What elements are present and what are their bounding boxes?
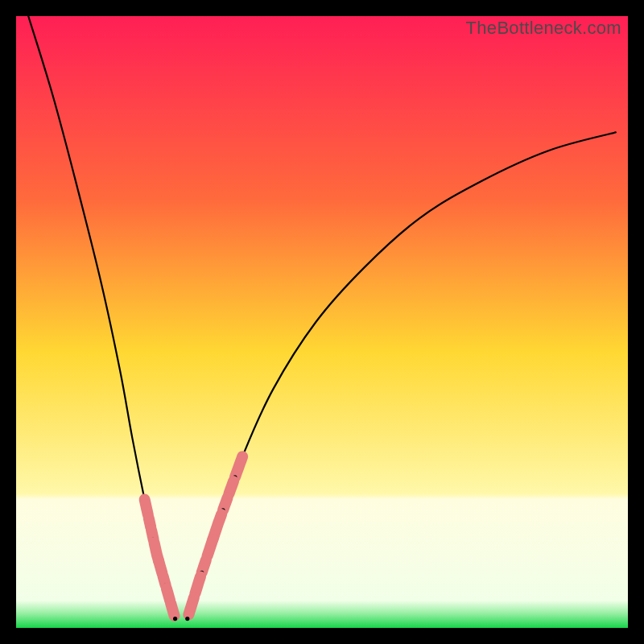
band-segment (195, 576, 200, 593)
band-segment (188, 598, 193, 615)
band-overlay (16, 16, 628, 628)
band-segment (208, 539, 213, 556)
band-segments-right (185, 456, 242, 621)
band-segment (171, 604, 174, 616)
band-dot (185, 617, 189, 621)
plot-frame: TheBottleneck.com (16, 16, 628, 628)
band-segment (229, 481, 233, 493)
band-segment (235, 456, 242, 477)
band-segments-left (145, 499, 178, 621)
band-dot (173, 617, 177, 621)
watermark-text: TheBottleneck.com (466, 18, 621, 39)
